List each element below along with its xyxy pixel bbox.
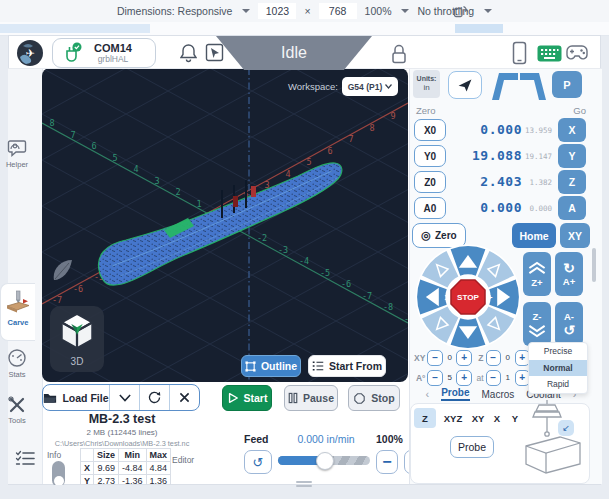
a-step-minus[interactable]: − xyxy=(427,370,442,386)
device-height-input[interactable] xyxy=(319,3,357,19)
go-z-button[interactable]: Z xyxy=(558,170,586,194)
reload-icon xyxy=(148,391,161,404)
sidebar-item-stats[interactable]: Stats xyxy=(0,348,34,379)
visualizer-viewport[interactable]: 87654321-2-3-4-5-6-7-8-998765432-2-3-4-5… xyxy=(42,68,408,382)
lock-icon[interactable] xyxy=(390,43,408,65)
xy-step-minus[interactable]: − xyxy=(427,350,442,366)
stop-octagon-icon xyxy=(353,392,366,405)
zero-x-button[interactable]: X0 xyxy=(414,119,446,141)
rotate-device-icon[interactable] xyxy=(452,3,468,19)
probe-axis-xyz[interactable]: XYZ xyxy=(440,408,466,428)
axis-number: 2 xyxy=(175,187,180,197)
globe-logo-icon[interactable]: ✈ xyxy=(16,39,44,67)
start-from-button[interactable]: Start From xyxy=(308,355,386,377)
checklist-icon[interactable] xyxy=(15,450,35,467)
media-query-bar[interactable] xyxy=(0,24,150,33)
close-file-button[interactable] xyxy=(170,385,199,410)
go-xy-button[interactable]: XY xyxy=(560,223,590,248)
devtools-dimensions-label[interactable]: Dimensions: Responsive xyxy=(117,5,233,17)
axis-number: -8 xyxy=(383,302,393,312)
device-width-input[interactable] xyxy=(258,3,296,19)
probe-axis-xy[interactable]: XY xyxy=(468,408,488,428)
speed-minus[interactable]: − xyxy=(486,370,501,386)
outline-icon xyxy=(245,361,256,372)
feed-reset-button[interactable]: ↺ xyxy=(244,450,272,474)
diagnostics-icon[interactable] xyxy=(205,43,224,62)
axis-number: -7 xyxy=(52,295,62,305)
go-y-button[interactable]: Y xyxy=(558,144,586,168)
undo-icon: ↺ xyxy=(253,455,264,470)
jog-z-plus-button[interactable]: Z+ xyxy=(523,252,551,296)
xy-step-plus[interactable]: + xyxy=(456,350,471,366)
units-value: in xyxy=(413,83,440,92)
outline-button[interactable]: Outline xyxy=(241,355,301,377)
jog-a-plus-button[interactable]: ↻ A+ xyxy=(555,252,583,296)
zero-z-button[interactable]: Z0 xyxy=(414,171,446,193)
reload-file-button[interactable] xyxy=(140,385,170,410)
tab-macros[interactable]: Macros xyxy=(482,389,515,400)
load-file-button[interactable]: Load File xyxy=(43,385,110,410)
expand-corner-icon[interactable]: ↙ xyxy=(558,420,574,436)
panel-scrollbar[interactable] xyxy=(592,248,596,282)
axis-number: -6 xyxy=(73,284,83,294)
tab-probe[interactable]: Probe xyxy=(441,387,469,401)
probe-axis-x[interactable]: X xyxy=(490,408,504,428)
a-step-plus[interactable]: + xyxy=(456,370,471,386)
phone-icon[interactable] xyxy=(512,41,527,65)
start-job-button[interactable]: Start xyxy=(222,385,272,411)
axis-number: -6 xyxy=(341,279,351,289)
preset-precise[interactable]: Precise xyxy=(529,343,587,360)
stop-job-button[interactable]: Stop xyxy=(348,385,400,411)
z-step-minus[interactable]: − xyxy=(486,350,501,366)
jog-z-minus-button[interactable]: Z- xyxy=(523,302,551,346)
keyboard-icon[interactable] xyxy=(537,45,562,62)
sidebar-item-label: Stats xyxy=(0,370,34,379)
feed-minus-button[interactable]: − xyxy=(376,450,398,474)
axis-number: 7 xyxy=(348,134,353,144)
park-button[interactable]: P xyxy=(552,71,582,98)
bullseye-icon: ◎ xyxy=(421,229,431,242)
probe-button[interactable]: Probe xyxy=(450,436,494,458)
axis-number: -9 xyxy=(404,314,408,324)
a-step-label: A° xyxy=(412,373,425,383)
probe-axis-z[interactable]: Z xyxy=(414,408,436,428)
axis-number: 7 xyxy=(70,130,75,140)
bell-icon[interactable] xyxy=(180,43,197,63)
connection-port: COM14 xyxy=(81,42,145,54)
file-options-button[interactable] xyxy=(110,385,140,410)
go-a-button[interactable]: A xyxy=(558,196,586,220)
gamepad-icon[interactable] xyxy=(566,44,588,61)
media-query-bar[interactable] xyxy=(455,24,503,33)
zero-y-button[interactable]: Y0 xyxy=(414,145,446,167)
preset-normal[interactable]: Normal xyxy=(529,360,587,377)
stop-label: Stop xyxy=(371,392,394,404)
connection-widget[interactable]: COM14 grblHAL xyxy=(52,38,156,68)
tabs-prev[interactable]: ‹ xyxy=(426,388,430,400)
sidebar-item-carve[interactable]: Carve xyxy=(0,283,35,341)
xy-step-value: 0 xyxy=(445,353,455,362)
view-cube[interactable]: 3D xyxy=(50,306,104,372)
chevron-down-icon xyxy=(401,9,409,13)
panel-resize-handle[interactable] xyxy=(296,481,312,483)
preset-rapid[interactable]: Rapid xyxy=(529,376,587,393)
workspace-select[interactable]: G54 (P1) xyxy=(342,77,398,96)
sidebar-item-helper[interactable]: Helper xyxy=(0,138,34,169)
machine-value-x: 13.959 xyxy=(524,126,552,135)
panel-resize-handle[interactable] xyxy=(296,485,312,487)
sidebar-item-label: Tools xyxy=(0,416,34,425)
usb-plug-icon xyxy=(61,42,83,66)
sidebar-item-tools[interactable]: Tools xyxy=(0,396,34,425)
pause-job-button[interactable]: Pause xyxy=(284,385,338,411)
sidebar-item-label: Helper xyxy=(0,160,34,169)
info-toggle[interactable] xyxy=(52,461,65,487)
axis-number: -7 xyxy=(362,291,372,301)
devtools-zoom-select[interactable]: 100% xyxy=(365,5,392,17)
zero-a-button[interactable]: A0 xyxy=(414,197,446,219)
chevron-down-icon xyxy=(484,9,492,13)
feed-slider-track[interactable] xyxy=(278,456,370,465)
jog-a-minus-button[interactable]: A- ↺ xyxy=(555,302,583,346)
go-x-button[interactable]: X xyxy=(558,118,586,142)
worktable-icon[interactable] xyxy=(492,73,546,100)
feed-slider-knob[interactable] xyxy=(316,452,334,470)
goto-location-button[interactable] xyxy=(448,71,482,99)
